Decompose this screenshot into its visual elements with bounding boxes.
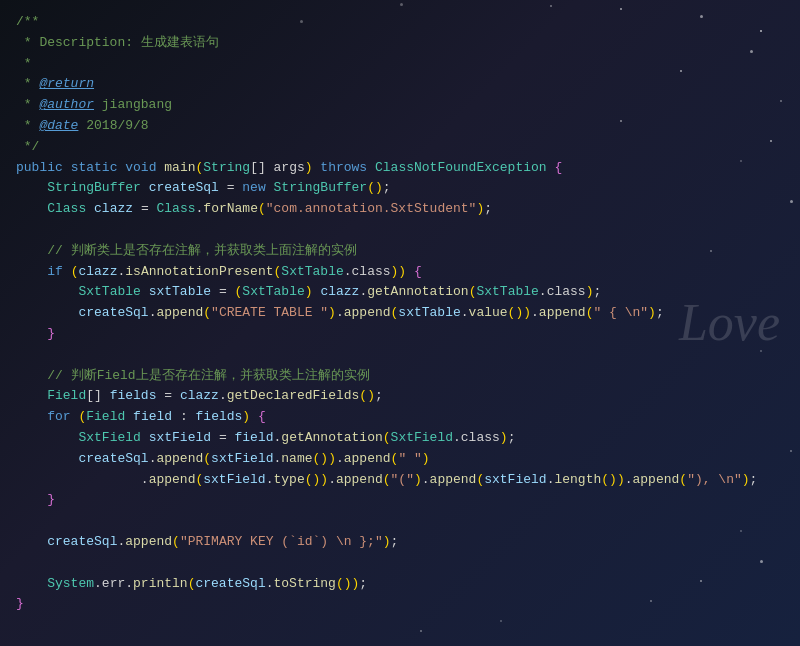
line-12: // 判断类上是否存在注解，并获取类上面注解的实例: [16, 241, 784, 262]
line-24: }: [16, 490, 784, 511]
line-15: createSql.append("CREATE TABLE ").append…: [16, 303, 784, 324]
line-7: */: [16, 137, 784, 158]
line-2: * Description: 生成建表语句: [16, 33, 784, 54]
code-block: /** * Description: 生成建表语句 * * @return * …: [16, 12, 784, 615]
line-23: .append(sxtField.type()).append("(").app…: [16, 470, 784, 491]
line-14: SxtTable sxtTable = (SxtTable) clazz.get…: [16, 282, 784, 303]
line-13: if (clazz.isAnnotationPresent(SxtTable.c…: [16, 262, 784, 283]
line-5: * @author jiangbang: [16, 95, 784, 116]
line-28: System.err.println(createSql.toString())…: [16, 574, 784, 595]
line-10: Class clazz = Class.forName("com.annotat…: [16, 199, 784, 220]
line-25: [16, 511, 784, 532]
line-8: public static void main(String[] args) t…: [16, 158, 784, 179]
line-22: createSql.append(sxtField.name()).append…: [16, 449, 784, 470]
line-11: [16, 220, 784, 241]
line-4: * @return: [16, 74, 784, 95]
line-6: * @date 2018/9/8: [16, 116, 784, 137]
line-3: *: [16, 54, 784, 75]
code-editor: Love /** * Description: 生成建表语句 * * @retu…: [0, 0, 800, 646]
line-20: for (Field field : fields) {: [16, 407, 784, 428]
line-21: SxtField sxtField = field.getAnnotation(…: [16, 428, 784, 449]
line-9: StringBuffer createSql = new StringBuffe…: [16, 178, 784, 199]
line-16: }: [16, 324, 784, 345]
line-19: Field[] fields = clazz.getDeclaredFields…: [16, 386, 784, 407]
line-18: // 判断Field上是否存在注解，并获取类上注解的实例: [16, 366, 784, 387]
line-27: [16, 553, 784, 574]
line-29: }: [16, 594, 784, 615]
line-1: /**: [16, 12, 784, 33]
line-26: createSql.append("PRIMARY KEY (`id`) \n …: [16, 532, 784, 553]
line-17: [16, 345, 784, 366]
